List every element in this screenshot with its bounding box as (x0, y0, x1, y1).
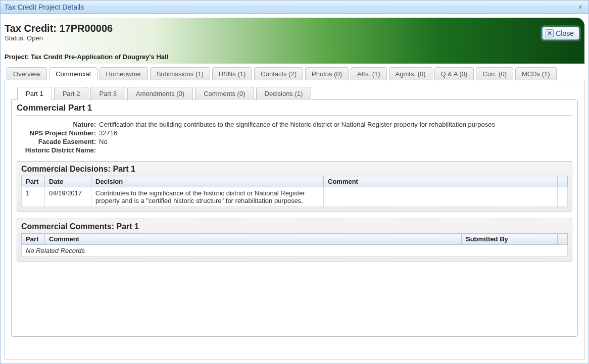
decisions-title: Commercial Decisions: Part 1 (21, 165, 568, 174)
subtab-amendments[interactable]: Amendments (0) (127, 87, 193, 100)
comments-table: Part Comment Submitted By No Related Rec… (21, 233, 568, 257)
titlebar: Tax Credit Project Details × (1, 1, 588, 14)
district-label: Historic District Name: (21, 146, 99, 154)
subtab-part1[interactable]: Part 1 (17, 87, 52, 100)
col-comment[interactable]: Comment (324, 176, 558, 187)
col-spacer (558, 176, 568, 187)
tab-qa[interactable]: Q & A (0) (434, 67, 474, 80)
facade-value: No (99, 138, 108, 145)
header-banner: Tax Credit: 17PR00006 Status: Open Proje… (5, 18, 584, 64)
section-title: Commercial Part 1 (17, 103, 572, 116)
window-title: Tax Credit Project Details (5, 3, 84, 11)
tab-submissions[interactable]: Submissions (1) (150, 67, 210, 80)
comments-panel: Commercial Comments: Part 1 Part Comment… (17, 219, 572, 262)
table-header-row: Part Date Decision Comment (22, 176, 568, 187)
tab-overview[interactable]: Overview (7, 67, 47, 80)
project-text: Project: Tax Credit Pre-Application of D… (5, 53, 578, 61)
nps-value: 32716 (99, 129, 117, 137)
subtab-part2[interactable]: Part 2 (54, 87, 89, 100)
app-window: Tax Credit Project Details × Tax Credit:… (0, 0, 589, 364)
cell-date: 04/19/2017 (45, 187, 91, 207)
tab-photos[interactable]: Photos (0) (305, 67, 349, 80)
field-rows: Nature: Certification that the building … (21, 121, 572, 154)
table-row[interactable]: 1 04/19/2017 Contributes to the signific… (22, 187, 568, 207)
nature-value: Certification that the building contribu… (99, 121, 495, 128)
close-button-label: Close (556, 29, 574, 37)
col-decision[interactable]: Decision (91, 176, 324, 187)
tab-homeowner[interactable]: Homeowner (100, 67, 148, 80)
window-content: Tax Credit: 17PR00006 Status: Open Proje… (1, 14, 588, 363)
decisions-table: Part Date Decision Comment 1 04/19/2017 (21, 176, 568, 207)
comments-title: Commercial Comments: Part 1 (21, 222, 568, 231)
tab-corr[interactable]: Corr. (0) (476, 67, 513, 80)
window-close-icon[interactable]: × (576, 3, 584, 11)
subtab-part3[interactable]: Part 3 (90, 87, 125, 100)
tab-agmts[interactable]: Agmts. (0) (389, 67, 432, 80)
cell-comment (324, 187, 558, 207)
col-comment[interactable]: Comment (45, 234, 462, 245)
no-records: No Related Records (22, 245, 568, 257)
subtab-comments[interactable]: Comments (0) (195, 87, 254, 100)
tab-commercial[interactable]: Commercial (49, 67, 97, 80)
col-spacer (558, 234, 568, 245)
decisions-panel: Commercial Decisions: Part 1 Part Date D… (17, 161, 572, 212)
tab-atts[interactable]: Atts. (1) (351, 67, 387, 80)
sub-tabs: Part 1 Part 2 Part 3 Amendments (0) Comm… (11, 86, 578, 99)
tab-usns[interactable]: USNs (1) (212, 67, 252, 80)
tab-contacts[interactable]: Contacts (2) (254, 67, 303, 80)
status-text: Status: Open (5, 34, 578, 42)
page-title: Tax Credit: 17PR00006 (5, 23, 578, 34)
col-submitted-by[interactable]: Submitted By (462, 234, 558, 245)
nps-label: NPS Project Number: (21, 129, 99, 137)
subtab-decisions[interactable]: Decisions (1) (256, 87, 312, 100)
subtab-panel: Commercial Part 1 Nature: Certification … (11, 99, 578, 337)
close-icon: ✕ (546, 29, 554, 37)
nature-label: Nature: (21, 121, 99, 128)
col-part[interactable]: Part (22, 234, 45, 245)
tab-mcds[interactable]: MCDs (1) (515, 67, 557, 80)
table-header-row: Part Comment Submitted By (22, 234, 568, 245)
cell-decision: Contributes to the significance of the h… (91, 187, 324, 207)
table-row: No Related Records (22, 245, 568, 257)
close-button[interactable]: ✕ Close (542, 27, 579, 40)
main-tabs: Overview Commercial Homeowner Submission… (5, 67, 584, 80)
main-tab-panel: Part 1 Part 2 Part 3 Amendments (0) Comm… (5, 80, 584, 359)
col-part[interactable]: Part (22, 176, 45, 187)
cell-part: 1 (22, 187, 45, 207)
facade-label: Facade Easement: (21, 138, 99, 145)
col-date[interactable]: Date (45, 176, 91, 187)
